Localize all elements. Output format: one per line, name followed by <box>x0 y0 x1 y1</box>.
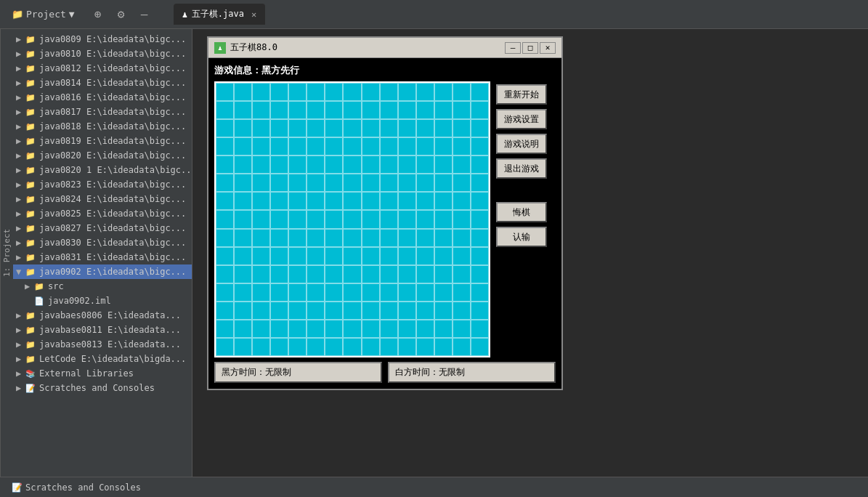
board-cell[interactable] <box>398 119 416 137</box>
board-cell[interactable] <box>362 101 380 119</box>
board-cell[interactable] <box>343 119 361 137</box>
board-cell[interactable] <box>416 338 434 356</box>
board-cell[interactable] <box>252 247 270 265</box>
gear-icon[interactable]: ⚙ <box>113 6 130 23</box>
board-cell[interactable] <box>234 247 252 265</box>
sidebar-item-java0809[interactable]: ▶📁java0809 E:\ideadata\bigc... <box>13 32 192 47</box>
board-cell[interactable] <box>325 302 343 320</box>
board-cell[interactable] <box>270 155 288 174</box>
board-cell[interactable] <box>398 101 416 119</box>
sidebar-item-java0810[interactable]: ▶📁java0810 E:\ideadata\bigc... <box>13 47 192 61</box>
board-cell[interactable] <box>270 338 288 356</box>
quit-button[interactable]: 退出游戏 <box>496 158 547 179</box>
sidebar-item-javabase0811[interactable]: ▶📁javabase0811 E:\ideadata... <box>13 323 192 337</box>
board-cell[interactable] <box>270 192 288 210</box>
board-cell[interactable] <box>288 338 307 356</box>
board-cell[interactable] <box>471 174 489 192</box>
close-button[interactable]: ✕ <box>540 42 556 54</box>
board-cell[interactable] <box>252 101 270 119</box>
sidebar-item-java0816[interactable]: ▶📁java0816 E:\ideadata\bigc... <box>13 90 192 105</box>
board-cell[interactable] <box>380 101 398 119</box>
board-cell[interactable] <box>325 192 343 210</box>
board-cell[interactable] <box>362 174 380 192</box>
board-cell[interactable] <box>325 101 343 119</box>
board-cell[interactable] <box>270 119 288 137</box>
board-cell[interactable] <box>416 83 434 101</box>
board-cell[interactable] <box>434 101 453 119</box>
board-cell[interactable] <box>343 192 361 210</box>
board-cell[interactable] <box>434 192 453 210</box>
board-cell[interactable] <box>416 192 434 210</box>
sidebar-item-scratches-consoles[interactable]: ▶📝Scratches and Consoles <box>13 381 192 395</box>
board-cell[interactable] <box>343 283 361 302</box>
board-cell[interactable] <box>216 247 234 265</box>
close-icon[interactable]: ✕ <box>251 9 256 20</box>
board-cell[interactable] <box>380 283 398 302</box>
board-cell[interactable] <box>362 119 380 137</box>
board-cell[interactable] <box>288 155 307 174</box>
board-cell[interactable] <box>471 229 489 247</box>
board-cell[interactable] <box>288 283 307 302</box>
board-cell[interactable] <box>252 302 270 320</box>
board-cell[interactable] <box>453 247 471 265</box>
board-cell[interactable] <box>471 320 489 338</box>
board-cell[interactable] <box>343 155 361 174</box>
board-cell[interactable] <box>380 174 398 192</box>
board-cell[interactable] <box>325 265 343 283</box>
board-cell[interactable] <box>234 174 252 192</box>
board-cell[interactable] <box>471 338 489 356</box>
board-cell[interactable] <box>252 210 270 228</box>
board-cell[interactable] <box>398 338 416 356</box>
board-cell[interactable] <box>453 137 471 155</box>
board-cell[interactable] <box>252 338 270 356</box>
board-cell[interactable] <box>252 192 270 210</box>
board-cell[interactable] <box>216 320 234 338</box>
board-cell[interactable] <box>380 302 398 320</box>
board-cell[interactable] <box>252 229 270 247</box>
board-cell[interactable] <box>380 155 398 174</box>
board-cell[interactable] <box>434 137 453 155</box>
board-cell[interactable] <box>234 192 252 210</box>
add-icon[interactable]: ⊕ <box>89 6 107 23</box>
sidebar-item-java0830[interactable]: ▶📁java0830 E:\ideadata\bigc... <box>13 235 192 250</box>
settings-button[interactable]: 游戏设置 <box>496 109 547 129</box>
board-cell[interactable] <box>380 265 398 283</box>
board-cell[interactable] <box>270 83 288 101</box>
board-cell[interactable] <box>362 265 380 283</box>
board-cell[interactable] <box>434 119 453 137</box>
board-cell[interactable] <box>416 119 434 137</box>
sidebar-item-java08201[interactable]: ▶📁java0820 1 E:\ideadata\bigc... <box>13 163 192 177</box>
board-cell[interactable] <box>453 192 471 210</box>
minimize-icon[interactable]: – <box>136 6 153 23</box>
board-cell[interactable] <box>380 137 398 155</box>
sidebar-item-java0820[interactable]: ▶📁java0820 E:\ideadata\bigc... <box>13 148 192 163</box>
sidebar-item-java0823[interactable]: ▶📁java0823 E:\ideadata\bigc... <box>13 177 192 192</box>
board-cell[interactable] <box>434 229 453 247</box>
board-cell[interactable] <box>252 137 270 155</box>
board-cell[interactable] <box>325 283 343 302</box>
board-cell[interactable] <box>453 302 471 320</box>
board-cell[interactable] <box>252 320 270 338</box>
board-cell[interactable] <box>362 83 380 101</box>
sidebar-item-java0827[interactable]: ▶📁java0827 E:\ideadata\bigc... <box>13 221 192 235</box>
sidebar-item-java0818[interactable]: ▶📁java0818 E:\ideadata\bigc... <box>13 119 192 134</box>
sidebar-item-iml[interactable]: ▶📄java0902.iml <box>13 294 192 308</box>
board-cell[interactable] <box>216 119 234 137</box>
board-cell[interactable] <box>252 155 270 174</box>
board-cell[interactable] <box>471 247 489 265</box>
board-cell[interactable] <box>216 302 234 320</box>
board-cell[interactable] <box>288 137 307 155</box>
board-cell[interactable] <box>453 101 471 119</box>
board-cell[interactable] <box>471 210 489 228</box>
board-cell[interactable] <box>325 338 343 356</box>
board-cell[interactable] <box>234 83 252 101</box>
board-cell[interactable] <box>416 283 434 302</box>
board-cell[interactable] <box>380 320 398 338</box>
board-cell[interactable] <box>270 174 288 192</box>
board-cell[interactable] <box>325 210 343 228</box>
board-cell[interactable] <box>307 338 325 356</box>
sidebar-item-javabase0813[interactable]: ▶📁javabase0813 E:\ideadata... <box>13 337 192 352</box>
board-cell[interactable] <box>398 265 416 283</box>
board-cell[interactable] <box>288 210 307 228</box>
board-cell[interactable] <box>270 229 288 247</box>
